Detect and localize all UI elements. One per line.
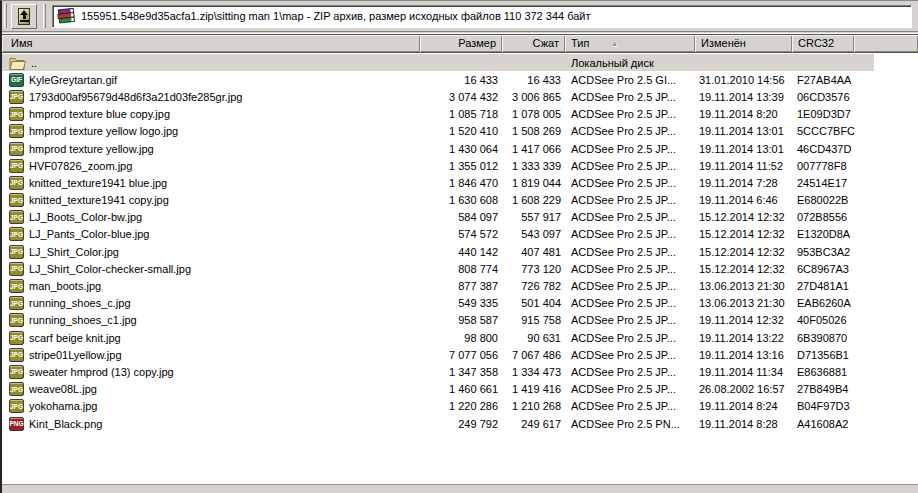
file-packed-cell: 557 917 [502, 211, 565, 223]
file-packed-cell: 249 617 [502, 418, 565, 430]
table-row[interactable]: JPGLJ_Shirt_Color-checker-small.jpg 808 … [2, 260, 874, 277]
archive-window: 155951.548e9d35acfa1.zip\sitting man 1\m… [0, 0, 918, 493]
jpg-file-icon: JPG [9, 245, 24, 259]
table-row[interactable]: JPGsweater hmprod (13) copy.jpg 1 347 35… [2, 363, 874, 380]
file-crc32-cell: B04F97D3 [792, 400, 854, 412]
table-row[interactable]: JPGyokohama.jpg 1 220 286 1 210 268 ACDS… [2, 398, 874, 415]
column-header-modified[interactable]: Изменён [695, 35, 792, 52]
table-row[interactable]: PNGKint_Black.png 249 792 249 617 ACDSee… [2, 415, 874, 432]
file-type-cell: ACDSee Pro 2.5 JP... [565, 297, 695, 309]
file-modified-cell: 19.11.2014 13:01 [695, 125, 792, 137]
file-type-cell: ACDSee Pro 2.5 JP... [565, 228, 695, 240]
file-size-cell: 584 097 [420, 211, 502, 223]
file-packed-cell: 726 782 [502, 280, 565, 292]
table-row[interactable]: JPGknitted_texture1941 copy.jpg 1 630 60… [2, 192, 874, 209]
table-row[interactable]: JPGLJ_Shirt_Color.jpg 440 142 407 481 AC… [2, 243, 874, 260]
jpg-file-icon: JPG [9, 348, 24, 362]
table-row[interactable]: JPGstripe01Lyellow.jpg 7 077 056 7 067 4… [2, 346, 874, 363]
file-crc32-cell: 5CCC7BFC [792, 125, 854, 137]
file-name-cell: JPGLJ_Pants_Color-blue.jpg [2, 227, 420, 241]
file-packed-cell: 7 067 486 [502, 349, 565, 361]
column-header-type[interactable]: Тип▲ [565, 35, 695, 52]
file-name: stripe01Lyellow.jpg [29, 349, 122, 361]
column-header-packed[interactable]: Сжат [502, 35, 565, 52]
file-name-cell: JPGsweater hmprod (13) copy.jpg [2, 365, 420, 379]
file-packed-cell: 1 608 229 [502, 194, 565, 206]
file-size-cell: 958 587 [420, 314, 502, 326]
table-row[interactable]: JPGknitted_texture1941 blue.jpg 1 846 47… [2, 174, 874, 191]
table-row[interactable]: JPGman_boots.jpg 877 387 726 782 ACDSee … [2, 277, 874, 294]
file-name-cell: PNGKint_Black.png [2, 417, 420, 431]
column-header-row: Имя Размер Сжат Тип▲ Изменён CRC32 [2, 34, 918, 53]
file-name: Kint_Black.png [29, 418, 102, 430]
file-size-cell: 1 430 064 [420, 143, 502, 155]
file-name-cell: JPGknitted_texture1941 copy.jpg [2, 193, 420, 207]
toolbar-grip [43, 4, 46, 28]
file-name-cell: JPGrunning_shoes_c1.jpg [2, 313, 420, 327]
jpg-file-icon: JPG [9, 399, 24, 413]
file-name: LJ_Shirt_Color-checker-small.jpg [29, 263, 191, 275]
jpg-file-icon: JPG [9, 210, 24, 224]
table-row[interactable]: JPGLJ_Boots_Color-bw.jpg 584 097 557 917… [2, 209, 874, 226]
up-one-level-button[interactable] [11, 4, 37, 29]
file-name-cell: JPGknitted_texture1941 blue.jpg [2, 176, 420, 190]
table-row[interactable]: JPGhmprod texture blue copy.jpg 1 085 71… [2, 106, 874, 123]
jpg-file-icon: JPG [9, 159, 24, 173]
jpg-file-icon: JPG [9, 227, 24, 241]
file-type-cell: ACDSee Pro 2.5 JP... [565, 400, 695, 412]
file-type-cell: ACDSee Pro 2.5 GI... [565, 74, 695, 86]
file-modified-cell: 19.11.2014 8:20 [695, 108, 792, 120]
file-type-cell: Локальный диск [565, 57, 695, 69]
file-name-cell: JPGLJ_Shirt_Color.jpg [2, 245, 420, 259]
file-size-cell: 1 220 286 [420, 400, 502, 412]
file-type-cell: ACDSee Pro 2.5 JP... [565, 91, 695, 103]
table-row[interactable]: GIFKyleGreytartan.gif 16 433 16 433 ACDS… [2, 71, 874, 88]
file-modified-cell: 19.11.2014 6:46 [695, 194, 792, 206]
file-crc32-cell: E680022B [792, 194, 854, 206]
table-row[interactable]: .. Локальный диск [2, 54, 874, 71]
file-type-cell: ACDSee Pro 2.5 JP... [565, 108, 695, 120]
file-list: .. Локальный диск GIFKyleGreytartan.gif … [2, 54, 918, 484]
file-packed-cell: 407 481 [502, 246, 565, 258]
file-modified-cell: 19.11.2014 13:22 [695, 332, 792, 344]
jpg-file-icon: JPG [9, 124, 24, 138]
table-row[interactable]: JPGscarf beige knit.jpg 98 800 90 631 AC… [2, 329, 874, 346]
file-size-cell: 1 630 608 [420, 194, 502, 206]
file-name: scarf beige knit.jpg [29, 332, 121, 344]
file-name: sweater hmprod (13) copy.jpg [29, 366, 174, 378]
file-crc32-cell: E8636881 [792, 366, 854, 378]
file-modified-cell: 13.06.2013 21:30 [695, 280, 792, 292]
table-row[interactable]: JPGrunning_shoes_c1.jpg 958 587 915 758 … [2, 312, 874, 329]
file-packed-cell: 1 334 473 [502, 366, 565, 378]
file-name-cell: JPGstripe01Lyellow.jpg [2, 348, 420, 362]
table-row[interactable]: JPGweave08L.jpg 1 460 661 1 419 416 ACDS… [2, 381, 874, 398]
table-row[interactable]: JPGhmprod texture yellow.jpg 1 430 064 1… [2, 140, 874, 157]
file-crc32-cell: 06CD3576 [792, 91, 854, 103]
sort-asc-icon: ▲ [611, 40, 618, 47]
column-header-crc32[interactable]: CRC32 [792, 35, 854, 52]
file-modified-cell: 19.11.2014 13:16 [695, 349, 792, 361]
jpg-file-icon: JPG [9, 382, 24, 396]
table-row[interactable]: JPG1793d00af95679d48d6f3a21d03fe285gr.jp… [2, 88, 874, 105]
jpg-file-icon: JPG [9, 142, 24, 156]
table-row[interactable]: JPGLJ_Pants_Color-blue.jpg 574 572 543 0… [2, 226, 874, 243]
file-packed-cell: 501 404 [502, 297, 565, 309]
file-name: LJ_Shirt_Color.jpg [29, 246, 119, 258]
file-crc32-cell: A41608A2 [792, 418, 854, 430]
address-bar: 155951.548e9d35acfa1.zip\sitting man 1\m… [52, 5, 912, 28]
file-size-cell: 1 460 661 [420, 383, 502, 395]
file-crc32-cell: 953BC3A2 [792, 246, 854, 258]
column-header-size[interactable]: Размер [420, 35, 502, 52]
table-row[interactable]: JPGHVF07826_zoom.jpg 1 355 012 1 333 339… [2, 157, 874, 174]
file-name-cell: JPGHVF07826_zoom.jpg [2, 159, 420, 173]
column-header-name[interactable]: Имя [2, 35, 420, 52]
file-crc32-cell: 072B8556 [792, 211, 854, 223]
jpg-file-icon: JPG [9, 193, 24, 207]
file-modified-cell: 19.11.2014 8:28 [695, 418, 792, 430]
file-type-cell: ACDSee Pro 2.5 JP... [565, 177, 695, 189]
table-row[interactable]: JPGhmprod texture yellow logo.jpg 1 520 … [2, 123, 874, 140]
file-size-cell: 808 774 [420, 263, 502, 275]
table-row[interactable]: JPGrunning_shoes_c.jpg 549 335 501 404 A… [2, 295, 874, 312]
file-type-cell: ACDSee Pro 2.5 JP... [565, 332, 695, 344]
file-type-cell: ACDSee Pro 2.5 JP... [565, 143, 695, 155]
